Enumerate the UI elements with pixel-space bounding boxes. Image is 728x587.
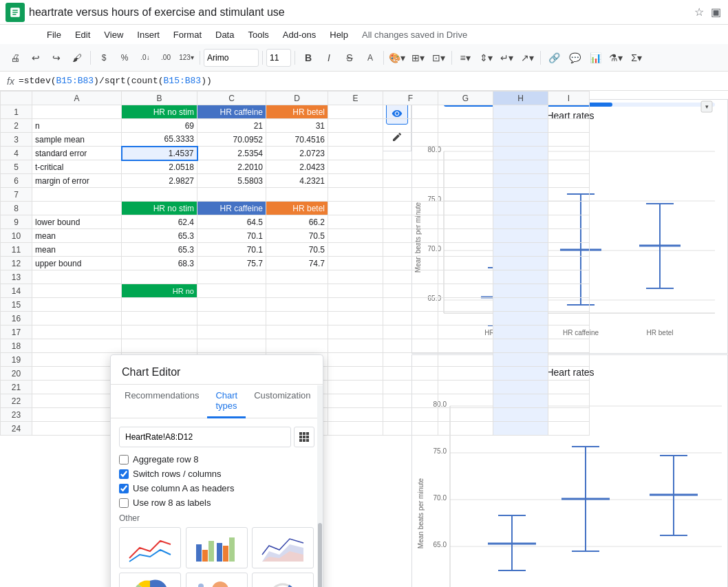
cell-a14[interactable]: [32, 284, 122, 298]
cell-i24[interactable]: [548, 422, 590, 436]
cell-a21[interactable]: [32, 381, 122, 394]
cell-f18[interactable]: [383, 339, 438, 353]
cell-d16[interactable]: [266, 312, 328, 325]
cell-h18[interactable]: [493, 339, 548, 353]
fill-color-button[interactable]: 🎨▾: [387, 48, 407, 67]
cell-c18[interactable]: [197, 339, 266, 353]
cell-f17[interactable]: [383, 325, 438, 339]
function-button[interactable]: Σ▾: [627, 48, 646, 67]
cell-a19[interactable]: [32, 353, 122, 367]
decimal-down-button[interactable]: .0↓: [136, 48, 155, 67]
cell-g13[interactable]: [438, 270, 493, 284]
cell-d12[interactable]: 74.7: [266, 257, 328, 270]
cell-g9[interactable]: [438, 215, 493, 229]
cell-f8[interactable]: [383, 202, 438, 215]
cell-b11[interactable]: 65.3: [122, 243, 197, 257]
cell-a12[interactable]: upper bound: [32, 257, 122, 270]
menu-data[interactable]: Data: [210, 28, 239, 42]
cell-a5[interactable]: t-critical: [32, 160, 122, 174]
cell-f13[interactable]: [383, 270, 438, 284]
cell-g10[interactable]: [438, 229, 493, 243]
tab-customization[interactable]: Customization: [246, 385, 319, 418]
cell-d15[interactable]: [266, 298, 328, 312]
borders-button[interactable]: ⊞▾: [408, 48, 427, 67]
cell-a24[interactable]: [32, 422, 122, 436]
cell-g6[interactable]: [438, 174, 493, 188]
menu-addons[interactable]: Add-ons: [277, 28, 321, 42]
chart-button[interactable]: 📊: [586, 48, 605, 67]
cell-g15[interactable]: [438, 298, 493, 312]
cell-e5[interactable]: [328, 160, 383, 174]
cell-a7[interactable]: [32, 188, 122, 202]
cell-a22[interactable]: [32, 394, 122, 408]
cell-e9[interactable]: [328, 215, 383, 229]
cell-g14[interactable]: [438, 284, 493, 298]
cell-i6[interactable]: [548, 174, 590, 188]
cell-i10[interactable]: [548, 229, 590, 243]
cell-c7[interactable]: [197, 188, 266, 202]
cell-g11[interactable]: [438, 243, 493, 257]
cell-e21[interactable]: [328, 381, 383, 394]
cell-a2[interactable]: n: [32, 119, 122, 133]
cell-e20[interactable]: [328, 367, 383, 381]
cell-i21[interactable]: [548, 381, 590, 394]
cell-a18[interactable]: [32, 339, 122, 353]
cell-c8[interactable]: HR caffeine: [197, 202, 266, 215]
row-labels-checkbox[interactable]: [119, 498, 129, 508]
cell-b6[interactable]: 2.9827: [122, 174, 197, 188]
tab-chart-types[interactable]: Chart types: [207, 385, 246, 418]
cell-h22[interactable]: [493, 394, 548, 408]
cell-g8[interactable]: [438, 202, 493, 215]
cell-d11[interactable]: 70.5: [266, 243, 328, 257]
cell-a13[interactable]: [32, 270, 122, 284]
cell-c9[interactable]: 64.5: [197, 215, 266, 229]
col-header-h[interactable]: H: [493, 92, 548, 105]
cell-e13[interactable]: [328, 270, 383, 284]
cell-d7[interactable]: [266, 188, 328, 202]
wrap-button[interactable]: ↵▾: [497, 48, 516, 67]
cell-i16[interactable]: [548, 312, 590, 325]
cell-i17[interactable]: [548, 325, 590, 339]
cell-i8[interactable]: [548, 202, 590, 215]
cell-e4[interactable]: [328, 147, 383, 160]
cell-i5[interactable]: [548, 160, 590, 174]
cell-a9[interactable]: lower bound: [32, 215, 122, 229]
cell-a8[interactable]: [32, 202, 122, 215]
cell-e22[interactable]: [328, 394, 383, 408]
cell-g5[interactable]: [438, 160, 493, 174]
cell-b14[interactable]: HR no: [122, 284, 197, 298]
paint-format-button[interactable]: 🖌: [67, 48, 87, 67]
cell-i13[interactable]: [548, 270, 590, 284]
cell-b13[interactable]: [122, 270, 197, 284]
cell-i2[interactable]: [548, 119, 590, 133]
cell-i7[interactable]: [548, 188, 590, 202]
cell-g3[interactable]: [438, 133, 493, 147]
font-selector[interactable]: [204, 49, 259, 67]
cell-e3[interactable]: [328, 133, 383, 147]
cell-e10[interactable]: [328, 229, 383, 243]
cell-g7[interactable]: [438, 188, 493, 202]
cell-f23[interactable]: [383, 408, 438, 422]
percent-button[interactable]: %: [115, 48, 134, 67]
col-header-f[interactable]: F: [383, 92, 438, 105]
number-format-button[interactable]: 123▾: [177, 48, 196, 67]
bold-button[interactable]: B: [299, 48, 318, 67]
cell-i11[interactable]: [548, 243, 590, 257]
cell-f14[interactable]: [383, 284, 438, 298]
cell-h6[interactable]: [493, 174, 548, 188]
cell-e1[interactable]: [328, 105, 383, 119]
text-color-button[interactable]: A: [361, 48, 380, 67]
cell-c1[interactable]: HR caffeine: [197, 105, 266, 119]
folder-icon[interactable]: ▣: [711, 6, 721, 19]
valign-button[interactable]: ⇕▾: [476, 48, 495, 67]
cell-f7[interactable]: [383, 188, 438, 202]
cell-a16[interactable]: [32, 312, 122, 325]
cell-b18[interactable]: [122, 339, 197, 353]
cell-i23[interactable]: [548, 408, 590, 422]
cell-g19[interactable]: [438, 353, 493, 367]
cell-h3[interactable]: [493, 133, 548, 147]
cell-c15[interactable]: [197, 298, 266, 312]
cell-e19[interactable]: [328, 353, 383, 367]
cell-i1[interactable]: [548, 105, 590, 119]
cell-b17[interactable]: [122, 325, 197, 339]
